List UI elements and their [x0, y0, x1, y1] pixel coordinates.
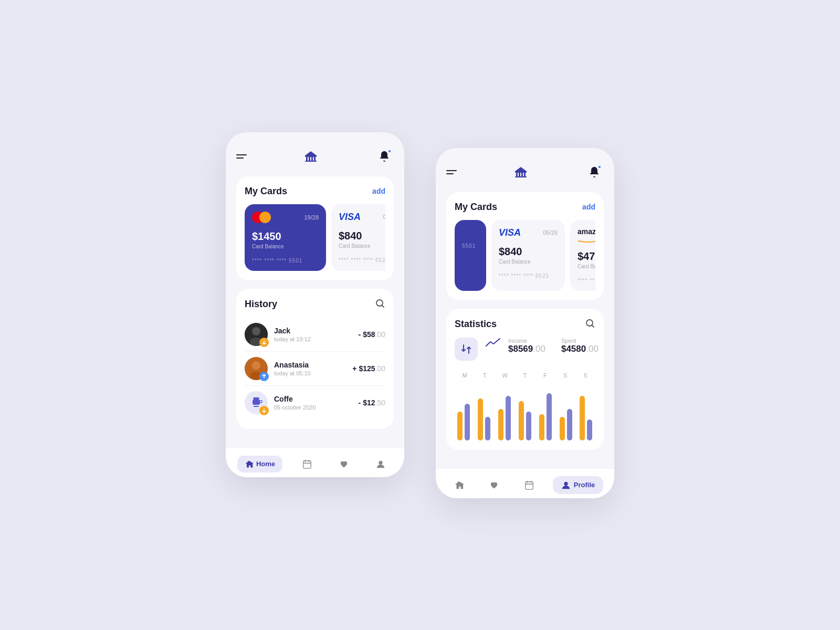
- cards-carousel: 19/28 $1450 Card Balance **** **** **** …: [245, 204, 385, 271]
- coffe-amount: - $12.50: [359, 398, 385, 407]
- svg-point-12: [252, 361, 260, 370]
- mastercard-logo: [252, 212, 271, 223]
- phone2-card-amazon[interactable]: amazon 12/25 $479 Card Balance **** ****…: [570, 220, 595, 291]
- coffe-name: Coffe: [274, 395, 352, 403]
- arrow-up-badge: [259, 372, 269, 381]
- chart-days: M T W T F S S: [455, 372, 595, 379]
- cards-title: My Cards: [245, 186, 287, 197]
- phone2-menu-icon[interactable]: [446, 170, 457, 174]
- phone1-bottom-nav: Home: [226, 448, 404, 477]
- day-m: M: [457, 372, 472, 379]
- nav-profile-button[interactable]: [369, 455, 393, 473]
- svg-rect-16: [303, 460, 311, 468]
- svg-point-17: [379, 460, 382, 464]
- bank-icon: [301, 147, 320, 166]
- phone2-notification-bell[interactable]: [585, 163, 604, 182]
- anastasia-info: Anastasia today at 05:10: [274, 361, 346, 376]
- nav-home-label: Home: [256, 460, 275, 468]
- card-visa[interactable]: VISA 05/26 $840 Card Balance **** **** *…: [331, 204, 385, 271]
- day-w: W: [497, 372, 513, 379]
- svg-point-27: [564, 481, 568, 485]
- svg-rect-18: [515, 172, 527, 173]
- phone2-header: [446, 163, 604, 182]
- bar-group-s2: [580, 396, 592, 440]
- card-amount-2: $840: [339, 230, 385, 242]
- jack-info: Jack today at 19:12: [274, 327, 352, 342]
- bar-s1-blue: [567, 409, 572, 440]
- history-header: History: [245, 298, 385, 310]
- avatar-coffe: [245, 391, 268, 414]
- svg-rect-23: [524, 173, 526, 176]
- income-label: Income: [508, 338, 545, 344]
- stats-title: Statistics: [455, 319, 497, 330]
- add-card-button[interactable]: add: [372, 187, 385, 195]
- bar-s1-orange: [560, 417, 565, 440]
- menu-icon[interactable]: [236, 154, 247, 159]
- chart-area: M T W T F S S: [455, 370, 595, 440]
- phone2-card-visa[interactable]: VISA 05/26 $840 Card Balance **** **** *…: [491, 220, 565, 291]
- income-amount: $8569.00: [508, 344, 545, 354]
- phone2-nav-home-button[interactable]: [447, 476, 471, 494]
- spent-col: Spent $4580.00: [561, 338, 598, 354]
- spent-label: Spent: [561, 338, 598, 344]
- bar-group-t1: [478, 398, 490, 440]
- bar-s2-orange: [580, 396, 585, 440]
- bar-s2-blue: [587, 419, 592, 440]
- bar-f-blue: [547, 393, 552, 440]
- phone2-card-amount-2: $840: [499, 246, 558, 258]
- bar-group-s1: [560, 409, 572, 440]
- stats-values: Income $8569.00 Spent $4580.00: [508, 338, 598, 354]
- svg-rect-20: [516, 173, 518, 176]
- card-balance-label-1: Card Balance: [252, 244, 319, 249]
- svg-rect-22: [521, 173, 523, 176]
- phone2-nav-profile-button[interactable]: Profile: [553, 476, 603, 494]
- jack-time: today at 19:12: [274, 336, 352, 342]
- svg-rect-2: [306, 157, 308, 161]
- nav-heart-button[interactable]: [332, 455, 356, 473]
- phones-container: My Cards add 19/28: [226, 101, 614, 530]
- nav-calendar-button[interactable]: [295, 455, 319, 473]
- svg-marker-19: [514, 167, 527, 172]
- card-amount-1: $1450: [252, 230, 319, 243]
- svg-rect-15: [254, 406, 259, 407]
- day-f: F: [537, 372, 553, 379]
- phone-2: My Cards add 5501 VISA 05/26: [436, 148, 614, 498]
- phone2-visa-logo: VISA: [499, 227, 521, 238]
- history-item-coffe: Coffe 05 october 2020 - $12.50: [245, 386, 385, 419]
- history-search-button[interactable]: [375, 298, 385, 310]
- day-s2: S: [578, 372, 593, 379]
- spent-amount: $4580.00: [561, 344, 598, 354]
- phone2-amazon-logo: amazon: [578, 227, 595, 245]
- bar-group-m: [457, 404, 470, 440]
- card-partial-number: 5501: [462, 243, 479, 249]
- notification-bell[interactable]: [375, 147, 394, 166]
- phone2-card-balance-2: Card Balance: [499, 259, 558, 265]
- bar-m-blue: [465, 404, 470, 440]
- notification-dot: [387, 149, 392, 153]
- svg-rect-14: [253, 400, 260, 405]
- card-blue[interactable]: 19/28 $1450 Card Balance **** **** **** …: [245, 204, 326, 271]
- day-t2: T: [517, 372, 533, 379]
- card-date-2: 05/26: [383, 214, 385, 220]
- cards-section: My Cards add 19/28: [236, 176, 394, 280]
- phone2-add-card-button[interactable]: add: [582, 203, 595, 211]
- phone-1: My Cards add 19/28: [226, 132, 404, 477]
- bar-f-orange: [539, 414, 544, 440]
- bar-group-t2: [519, 401, 531, 440]
- bar-group-f: [539, 393, 552, 440]
- svg-rect-24: [515, 176, 527, 177]
- phone2-nav-heart-button[interactable]: [482, 476, 506, 494]
- nav-home-button[interactable]: Home: [237, 456, 282, 472]
- jack-name: Jack: [274, 327, 352, 335]
- stats-top-area: Income $8569.00 Spent $4580.00: [455, 338, 595, 361]
- stats-search-button[interactable]: [585, 318, 595, 330]
- card-blue-partial: 5501: [455, 220, 486, 291]
- bar-t1-orange: [478, 398, 483, 440]
- chart-bars: [455, 383, 595, 440]
- card-balance-label-2: Card Balance: [339, 243, 385, 249]
- phone2-bank-icon: [511, 163, 530, 182]
- phone2-card-number-2: **** **** **** 6521: [499, 273, 558, 279]
- phone2-cards-header: My Cards add: [455, 202, 595, 213]
- phone2-nav-calendar-button[interactable]: [517, 476, 541, 494]
- history-item-anastasia: Anastasia today at 05:10 + $125.00: [245, 352, 385, 386]
